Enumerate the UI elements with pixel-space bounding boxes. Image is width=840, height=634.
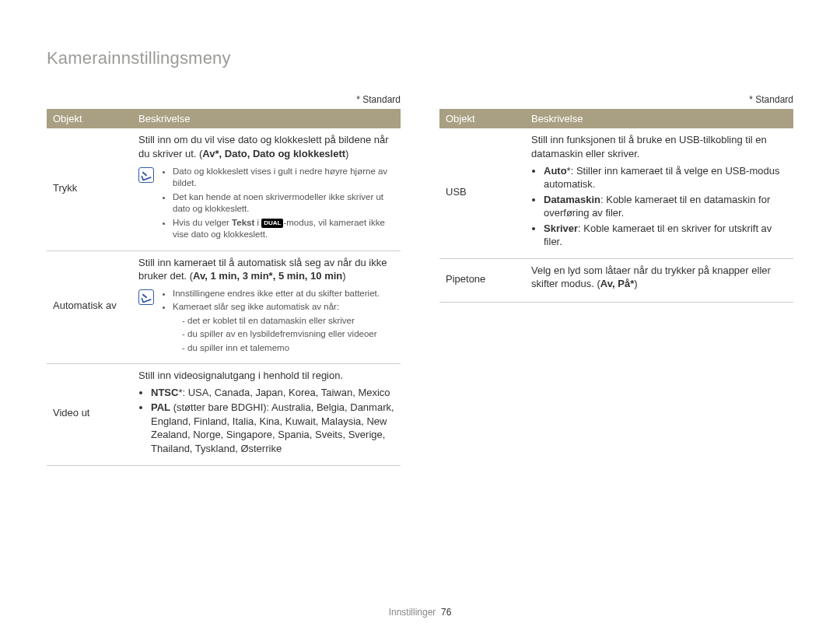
list-item: du spiller inn et talememo (182, 342, 380, 355)
note-box-trykk: Dato og klokkeslett vises i gult i nedre… (138, 166, 396, 243)
list-item: NTSC*: USA, Canada, Japan, Korea, Taiwan… (151, 386, 396, 400)
usb-intro: Still inn funksjonen til å bruke en USB-… (531, 133, 789, 160)
settings-table-left: Objekt Beskrivelse Trykk Still inn om du… (47, 109, 401, 466)
list-item: PAL (støtter bare BDGHI): Australia, Bel… (151, 401, 396, 455)
list-item: Kameraet slår seg ikke automatisk av når… (173, 301, 380, 354)
table-row: USB Still inn funksjonen til å bruke en … (439, 128, 793, 258)
video-intro: Still inn videosignalutgang i henhold ti… (138, 369, 396, 383)
table-row: Trykk Still inn om du vil vise dato og k… (47, 128, 401, 250)
note-icon (138, 289, 154, 305)
desc-cell-trykk: Still inn om du vil vise dato og klokkes… (132, 128, 401, 250)
obj-cell-pipetone: Pipetone (439, 258, 525, 302)
trykk-desc: Still inn om du vil vise dato og klokkes… (138, 133, 396, 160)
desc-cell-video: Still inn videosignalutgang i henhold ti… (132, 364, 401, 465)
desc-cell-pipetone: Velg en lyd som låtaer når du trykker på… (525, 258, 793, 302)
footer-section: Innstillinger (389, 607, 436, 618)
mode-icon: DUAL (261, 219, 283, 228)
col-header-beskrivelse: Beskrivelse (525, 109, 793, 129)
page-number: 76 (441, 607, 451, 618)
obj-cell-usb: USB (439, 128, 525, 258)
list-item: Hvis du velger Tekst i DUAL-modus, vil k… (173, 217, 396, 241)
list-item: Innstillingene endres ikke etter at du s… (173, 288, 380, 300)
list-item: Auto*: Stiller inn kameraet til å velge … (544, 164, 789, 191)
list-item: Det kan hende at noen skrivermodeller ik… (173, 191, 396, 215)
list-item: Skriver: Koble kameraet til en skriver f… (544, 222, 789, 249)
table-row: Video ut Still inn videosignalutgang i h… (47, 364, 401, 465)
col-header-objekt: Objekt (47, 109, 132, 129)
standard-note-left: * Standard (47, 93, 401, 106)
note-icon (138, 167, 154, 183)
desc-cell-usb: Still inn funksjonen til å bruke en USB-… (525, 128, 793, 258)
usb-bullets: Auto*: Stiller inn kameraet til å velge … (531, 164, 789, 249)
video-bullets: NTSC*: USA, Canada, Japan, Korea, Taiwan… (138, 386, 396, 456)
note-box-autoav: Innstillingene endres ikke etter at du s… (138, 288, 396, 356)
list-item: det er koblet til en datamaskin eller sk… (182, 315, 380, 328)
pipetone-desc: Velg en lyd som låtaer når du trykker på… (531, 264, 789, 291)
col-header-beskrivelse: Beskrivelse (132, 109, 401, 129)
obj-cell-trykk: Trykk (47, 128, 132, 250)
table-row: Automatisk av Still inn kameraet til å a… (47, 250, 401, 364)
list-item: Dato og klokkeslett vises i gult i nedre… (173, 166, 396, 190)
list-item: du spiller av en lysbildefremvisning ell… (182, 328, 380, 341)
page-title: Kamerainnstillingsmeny (47, 47, 793, 70)
note-list-trykk: Dato og klokkeslett vises i gult i nedre… (162, 166, 396, 243)
desc-cell-autoav: Still inn kameraet til å automatisk slå … (132, 250, 401, 364)
standard-note-right: * Standard (439, 93, 793, 106)
note-list-autoav: Innstillingene endres ikke etter at du s… (162, 288, 380, 356)
table-row: Pipetone Velg en lyd som låtaer når du t… (439, 258, 793, 302)
page: Kamerainnstillingsmeny * Standard Objekt… (0, 0, 840, 634)
left-column: * Standard Objekt Beskrivelse Trykk (47, 93, 401, 466)
obj-cell-video: Video ut (47, 364, 132, 465)
col-header-objekt: Objekt (439, 109, 525, 129)
autoav-desc: Still inn kameraet til å automatisk slå … (138, 256, 396, 283)
settings-table-right: Objekt Beskrivelse USB Still inn funksjo… (439, 109, 793, 303)
sub-list-autoav: det er koblet til en datamaskin eller sk… (173, 315, 380, 355)
right-column: * Standard Objekt Beskrivelse USB Still … (439, 93, 793, 466)
obj-cell-autoav: Automatisk av (47, 250, 132, 364)
footer: Innstillinger 76 (0, 606, 840, 618)
content-columns: * Standard Objekt Beskrivelse Trykk (47, 93, 793, 466)
list-item: Datamaskin: Koble kameraet til en datama… (544, 193, 789, 220)
